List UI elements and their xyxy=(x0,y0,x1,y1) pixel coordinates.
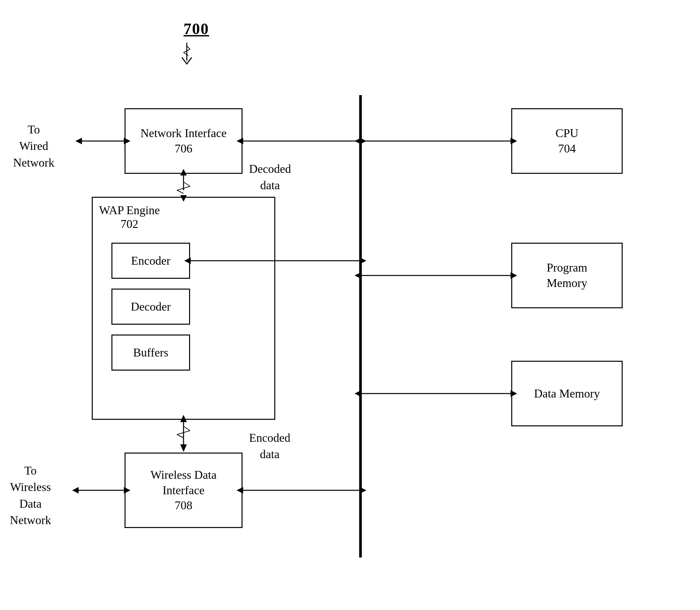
svg-marker-27 xyxy=(354,390,361,397)
program-memory-label: ProgramMemory xyxy=(547,260,587,291)
svg-marker-36 xyxy=(72,487,79,494)
wap-engine-label: WAP Engine702 xyxy=(97,203,162,231)
buffers-label: Buffers xyxy=(133,345,168,360)
svg-marker-33 xyxy=(180,444,187,452)
decoder-label: Decoder xyxy=(131,299,171,315)
svg-line-32 xyxy=(177,435,184,438)
svg-marker-10 xyxy=(360,138,366,144)
svg-line-31 xyxy=(177,431,190,435)
network-interface-box: Network Interface706 xyxy=(124,108,243,174)
svg-line-30 xyxy=(184,426,190,431)
decoded-data-label: Decodeddata xyxy=(249,161,291,194)
data-memory-box: Data Memory xyxy=(511,361,623,426)
svg-marker-12 xyxy=(354,138,361,144)
network-interface-label: Network Interface706 xyxy=(140,126,227,157)
to-wired-network-label: ToWiredNetwork xyxy=(13,121,54,171)
svg-line-15 xyxy=(184,182,190,186)
buffers-box: Buffers xyxy=(112,335,190,371)
figure-number-label: 700 xyxy=(184,20,209,38)
figure-arrow xyxy=(177,43,197,69)
program-memory-box: ProgramMemory xyxy=(511,243,623,308)
to-wireless-network-label: ToWirelessDataNetwork xyxy=(10,462,51,529)
diagram-container: 700 Network Interface706 WAP Engine702 E… xyxy=(0,0,700,610)
data-memory-label: Data Memory xyxy=(534,386,600,401)
svg-marker-24 xyxy=(354,272,361,279)
cpu-box: CPU704 xyxy=(511,108,623,174)
decoder-box: Decoder xyxy=(112,289,190,325)
encoder-box: Encoder xyxy=(112,243,190,279)
svg-line-17 xyxy=(177,190,184,193)
svg-marker-40 xyxy=(360,487,366,494)
svg-marker-6 xyxy=(76,138,82,144)
svg-marker-22 xyxy=(360,257,366,264)
encoded-data-label: Encodeddata xyxy=(249,430,290,463)
svg-line-3 xyxy=(184,52,188,56)
encoder-label: Encoder xyxy=(131,253,170,269)
wireless-interface-label: Wireless DataInterface708 xyxy=(150,467,216,513)
svg-line-16 xyxy=(177,186,190,190)
wireless-interface-box: Wireless DataInterface708 xyxy=(124,453,243,528)
cpu-label: CPU704 xyxy=(555,126,579,157)
